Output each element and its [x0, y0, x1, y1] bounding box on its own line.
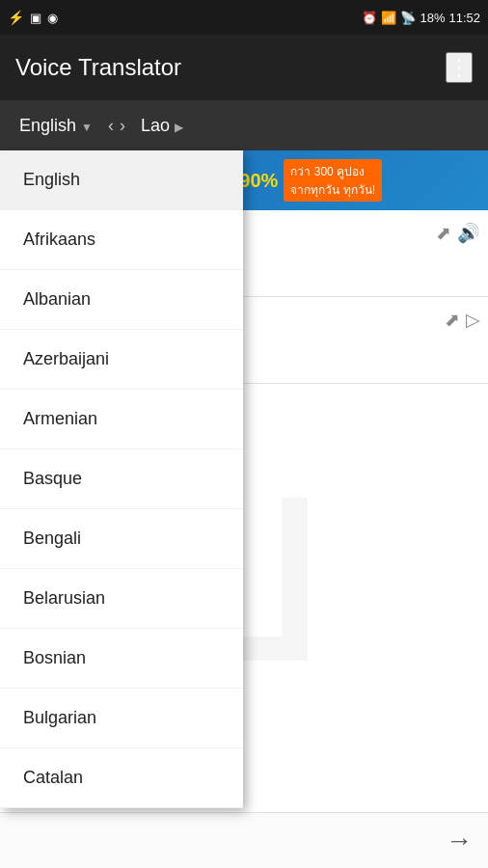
status-left-icons: ⚡ ▣ ◉: [8, 10, 58, 25]
source-language-arrow: ▼: [81, 121, 93, 134]
source-box-icons: ⬈ 🔊: [436, 222, 480, 244]
bottom-bar: →: [0, 812, 488, 868]
wifi-icon: 📶: [381, 11, 396, 25]
source-language-button[interactable]: English ▼: [12, 112, 100, 140]
dropdown-item[interactable]: Bosnian: [0, 629, 243, 689]
dropdown-item[interactable]: Belarusian: [0, 569, 243, 629]
share-icon[interactable]: ⬈: [436, 222, 451, 244]
ad-coupon-box: กว่า 300 คูปอง จากทุกวัน ทุกวัน!: [284, 159, 382, 202]
status-right-info: ⏰ 📶 📡 18% 11:52: [362, 11, 480, 25]
dropdown-list: EnglishAfrikaansAlbanianAzerbaijaniArmen…: [0, 150, 243, 808]
target-language-button[interactable]: Lao ▶: [133, 112, 191, 140]
language-swap-controls: ‹ ›: [108, 116, 125, 136]
volume-icon[interactable]: 🔊: [457, 222, 480, 244]
dropdown-item[interactable]: English: [0, 150, 243, 210]
language-selector-bar: English ▼ ‹ › Lao ▶: [0, 100, 488, 150]
target-share-icon[interactable]: ⬈: [445, 309, 460, 331]
dropdown-item[interactable]: Bulgarian: [0, 689, 243, 748]
dropdown-item[interactable]: Azerbaijani: [0, 330, 243, 390]
target-language-label: Lao: [141, 116, 170, 135]
target-language-arrow: ▶: [175, 121, 183, 134]
usb-icon: ⚡: [8, 10, 24, 25]
dropdown-item[interactable]: Bengali: [0, 509, 243, 569]
app-bar: Voice Translator ⋮: [0, 35, 488, 100]
dropdown-item[interactable]: Catalan: [0, 748, 243, 808]
left-chevron-icon[interactable]: ‹: [108, 116, 114, 136]
battery-text: 18%: [420, 11, 445, 25]
dropdown-item[interactable]: Basque: [0, 449, 243, 509]
message-icon: ◉: [47, 11, 58, 25]
status-bar: ⚡ ▣ ◉ ⏰ 📶 📡 18% 11:52: [0, 0, 488, 35]
dropdown-item[interactable]: Armenian: [0, 390, 243, 449]
source-language-label: English: [19, 116, 76, 135]
signal-icon: 📡: [400, 11, 416, 25]
ad-coupon-text1: กว่า 300 คูปอง: [290, 165, 365, 178]
right-chevron-icon[interactable]: ›: [120, 116, 125, 136]
translate-button[interactable]: →: [446, 826, 473, 856]
photo-icon: ▣: [30, 11, 41, 25]
language-dropdown: EnglishAfrikaansAlbanianAzerbaijaniArmen…: [0, 150, 243, 808]
dropdown-item[interactable]: Afrikaans: [0, 210, 243, 270]
target-box-icons: ⬈ ▷: [445, 309, 480, 331]
alarm-icon: ⏰: [362, 11, 377, 25]
main-content: เว็บรวมดีล ลด 50-90% กว่า 300 คูปอง จากท…: [0, 150, 488, 868]
target-volume-icon[interactable]: ▷: [466, 309, 480, 331]
dropdown-item[interactable]: Albanian: [0, 270, 243, 330]
ad-coupon-text2: จากทุกวัน ทุกวัน!: [290, 183, 375, 197]
time-display: 11:52: [448, 11, 480, 25]
more-menu-button[interactable]: ⋮: [446, 52, 473, 83]
app-title: Voice Translator: [15, 54, 181, 81]
